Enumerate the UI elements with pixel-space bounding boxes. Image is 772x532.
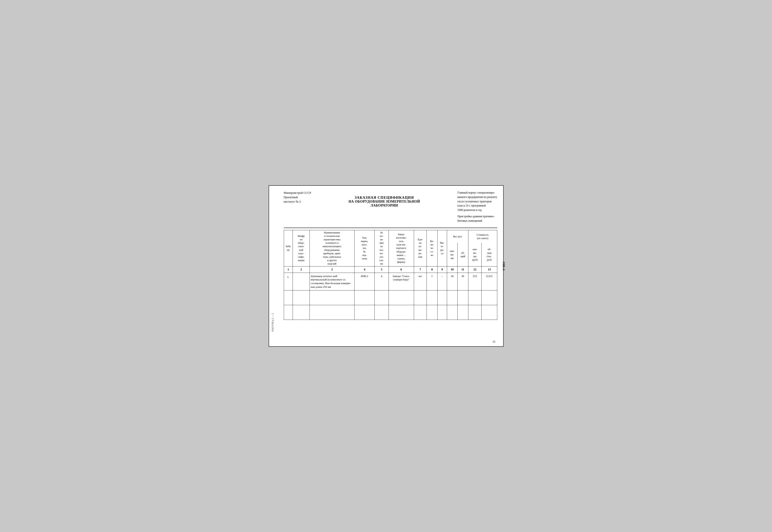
- col-header-qty: Ко-ли-че-ст-во: [427, 230, 437, 266]
- title-sub2: ЛАБОРАТОРИИ: [316, 204, 453, 208]
- org-line3: институт № 3: [284, 199, 311, 204]
- spec-table: №№пп Шифрпообще-союз-нойклас-сифи-кации …: [284, 230, 497, 320]
- table-row: I. Длиномер оптичес-кий вертикальный (в …: [284, 273, 497, 290]
- col-num-8: 8: [427, 266, 437, 273]
- table-row-empty2: [284, 305, 497, 320]
- title-sub1: НА ОБОРУДОВАНИЕ ИЗМЕРИТЕЛЬНОЙ: [316, 200, 453, 204]
- table-header-row1: №№пп Шифрпообще-союз-нойклас-сифи-кации …: [284, 230, 497, 243]
- cell-name: Длиномер оптичес-кий вертикальный (в ком…: [309, 273, 354, 290]
- col-num-5: 5: [374, 266, 389, 273]
- col-header-code: Шифрпообще-союз-нойклас-сифи-кации: [293, 230, 310, 266]
- col-header-num: №№пп: [284, 230, 293, 266]
- desc-block1: Главный корпус специализиро- ванного пре…: [458, 191, 497, 212]
- title-main: ЗАКАЗНАЯ СПЕЦИФИКАЦИЯ: [316, 196, 453, 200]
- col-header-cost-total: об-щая(тнс.руб): [482, 243, 497, 266]
- table-col-numbers: 1 2 3 4 5 6 7 8 9 10 11 12 13: [284, 266, 497, 273]
- cell-type: ИЗВ-2: [354, 273, 374, 290]
- col-num-2: 2: [293, 266, 310, 273]
- org-line2: Проектный: [284, 195, 311, 199]
- col-header-unit: Еди-паиз-ме-ре-ния: [414, 230, 427, 266]
- cell-code: [293, 273, 310, 290]
- cell-qty: I: [427, 273, 437, 290]
- col-num-6: 6: [389, 266, 414, 273]
- col-header-name: Наименованиеи техническаяхарактеристикао…: [309, 230, 354, 266]
- col-num-12: 12: [468, 266, 482, 273]
- col-header-type: Тип,марка,ката-лог,№чер-тежа: [354, 230, 374, 266]
- col-num-10: 10: [447, 266, 458, 273]
- project-description: Главный корпус специализиро- ванного пре…: [458, 191, 497, 225]
- col-header-cost-unit: еди-ни-цы(руб): [468, 243, 482, 266]
- table-row-empty1: [284, 290, 497, 305]
- cell-w-total: 36: [458, 273, 468, 290]
- cell-mat: –: [437, 273, 447, 290]
- col-header-mat: Ма-те-ри-ал: [437, 230, 447, 266]
- document-page: ЭШ-2 6543/VIII р.2 — 2 Минпромстрой СССР…: [268, 185, 504, 347]
- col-header-weight: Вес (кг): [447, 230, 468, 243]
- cell-mfr: Заводы "Союз-главпри-бора": [389, 273, 414, 290]
- side-label-right: ЭШ-2: [502, 261, 506, 271]
- col-num-4: 4: [354, 266, 374, 273]
- org-info: Минпромстрой СССР Проектный институт № 3: [284, 191, 311, 225]
- col-header-mfr: Завод-изготови-тель(для им-портногообору…: [389, 230, 414, 266]
- document-title: ЗАКАЗНАЯ СПЕЦИФИКАЦИЯ НА ОБОРУДОВАНИЕ ИЗ…: [311, 196, 458, 225]
- header-area: Минпромстрой СССР Проектный институт № 3…: [284, 191, 497, 225]
- col-header-pos: №по-зи-циипотех-но-лог.схе-ме: [374, 230, 389, 266]
- col-num-13: 13: [482, 266, 497, 273]
- cell-num: I.: [284, 273, 293, 290]
- cell-unit: шт: [414, 273, 427, 290]
- col-num-9: 9: [437, 266, 447, 273]
- col-num-3: 3: [309, 266, 354, 273]
- header-divider: [284, 228, 497, 228]
- col-num-11: 11: [458, 266, 468, 273]
- org-line1: Минпромстрой СССР: [284, 191, 311, 195]
- col-num-1: 1: [284, 266, 293, 273]
- col-header-weight-unit: еди-ни-цы: [447, 243, 458, 266]
- cell-c-total: 0,253: [482, 273, 497, 290]
- cell-pos: 4: [374, 273, 389, 290]
- page-number: -7-: [493, 340, 496, 344]
- col-num-7: 7: [414, 266, 427, 273]
- col-header-cost: Стоимость(по смете): [468, 230, 497, 243]
- cell-c-unit: 253: [468, 273, 482, 290]
- desc-block2: Пристройка административно- битовых поме…: [458, 214, 497, 223]
- cell-w-unit: 36: [447, 273, 458, 290]
- side-label-left: 6543/VIII р.2 — 2: [271, 313, 274, 332]
- col-header-weight-total: об-щий: [458, 243, 468, 266]
